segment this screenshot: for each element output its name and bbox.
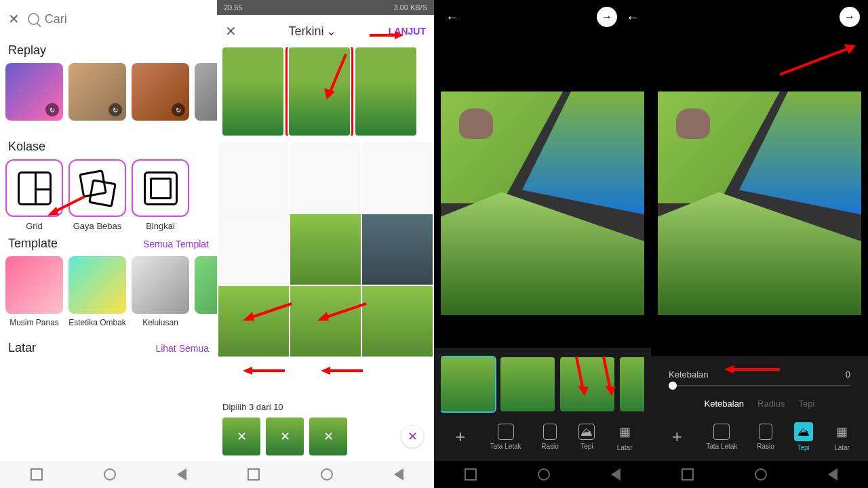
template-item[interactable]: Kelulusan [132, 256, 189, 327]
back-icon[interactable] [611, 468, 620, 481]
kolase-row: Grid Gaya Bebas Bingkai [0, 159, 217, 231]
layout-option[interactable] [355, 47, 416, 136]
selected-thumb[interactable]: ✕ [222, 418, 260, 455]
redo-icon[interactable]: ← [623, 7, 643, 27]
collage-preview[interactable] [441, 92, 644, 315]
recent-apps-icon[interactable] [31, 468, 43, 481]
tool-layout[interactable]: Tata Letak [490, 424, 521, 450]
see-all-link[interactable]: Lihat Semua [155, 343, 209, 354]
add-button[interactable]: + [667, 428, 686, 447]
border-icon: ⛰ [794, 422, 813, 441]
svg-marker-11 [243, 367, 252, 375]
collage-preview[interactable] [658, 92, 861, 315]
chevron-down-icon: ⌄ [326, 24, 336, 39]
replay-item[interactable]: ↻ [68, 63, 126, 121]
cow-image [676, 108, 710, 139]
annotation-arrow [312, 298, 373, 325]
undo-button[interactable]: → [597, 7, 617, 27]
photo-item[interactable] [290, 142, 361, 213]
svg-line-8 [322, 304, 366, 319]
panel-picker: 20.55 3.00 KB/S ✕ Terkini⌄ LANJUT Dipili… [217, 0, 434, 488]
frame-icon [144, 171, 178, 205]
preset-item[interactable] [620, 357, 644, 411]
replay-item[interactable]: ↻ [5, 63, 63, 121]
svg-marker-21 [724, 365, 734, 373]
selected-thumb[interactable]: ✕ [309, 418, 347, 455]
annotation-arrow [319, 51, 353, 105]
recent-apps-icon[interactable] [248, 468, 260, 481]
tab-thickness[interactable]: Ketebalan [705, 399, 745, 409]
close-icon[interactable]: ✕ [225, 23, 237, 39]
panel-editor-border: → Ketebalan 0 Ketebalan Radius Tepi + T [651, 0, 868, 488]
selected-thumb[interactable]: ✕ [266, 418, 304, 455]
slider-track[interactable] [669, 385, 850, 386]
status-net: 3.00 KB/S [393, 3, 427, 12]
panel-home: ✕ Replay ↻ ↻ ↻ Kolase Grid Gaya Bebas Bi… [0, 0, 217, 488]
template-item[interactable]: Estetika Ombak [68, 256, 126, 327]
replay-item[interactable] [195, 63, 217, 121]
photo-item[interactable] [218, 142, 289, 213]
annotation-arrow [366, 27, 407, 44]
back-icon[interactable] [177, 468, 186, 481]
tool-layout[interactable]: Tata Letak [706, 424, 737, 450]
back-icon[interactable] [828, 468, 837, 481]
selected-count: Dipilih 3 dari 10 [222, 402, 429, 412]
tool-background[interactable]: ▦Latar [615, 422, 634, 451]
canvas[interactable] [434, 68, 651, 339]
preset-item[interactable] [500, 357, 555, 411]
home-icon[interactable] [755, 468, 767, 481]
svg-line-6 [248, 304, 292, 319]
apply-button[interactable]: → [840, 7, 860, 27]
tool-row: + Tata Letak Rasio ⛰Tepi ▦Latar [441, 414, 644, 454]
photo-item[interactable] [290, 214, 361, 285]
preset-item[interactable] [441, 357, 495, 411]
android-nav [434, 461, 651, 488]
home-icon[interactable] [104, 468, 116, 481]
replay-item[interactable]: ↻ [132, 63, 189, 121]
home-icon[interactable] [321, 468, 333, 481]
svg-line-4 [329, 54, 346, 95]
play-icon: ↻ [108, 103, 122, 117]
canvas[interactable] [651, 68, 868, 339]
back-arrow-icon[interactable]: ← [442, 7, 462, 27]
tool-background[interactable]: ▦Latar [833, 422, 852, 451]
annotation-arrow [237, 298, 298, 325]
template-item[interactable]: Musim Panas [5, 256, 63, 327]
tool-border[interactable]: ⛰Tepi [794, 422, 813, 451]
tool-ratio[interactable]: Rasio [757, 424, 774, 450]
search-field[interactable] [28, 12, 209, 26]
svg-marker-13 [321, 367, 330, 375]
tool-ratio[interactable]: Rasio [541, 424, 559, 450]
android-nav [651, 461, 868, 488]
template-row: Musim Panas Estetika Ombak Kelulusan Li [0, 256, 217, 327]
recent-apps-icon[interactable] [682, 468, 694, 481]
photo-item[interactable] [218, 214, 289, 285]
tool-border[interactable]: ⛰Tepi [578, 424, 595, 450]
layout-icon [713, 424, 730, 440]
back-icon[interactable] [394, 468, 403, 481]
kolase-frame[interactable]: Bingkai [132, 159, 189, 231]
replay-row: ↻ ↻ ↻ [0, 63, 217, 121]
annotation-arrow [593, 353, 620, 401]
tab-edge[interactable]: Tepi [799, 399, 815, 409]
slider-thumb[interactable] [669, 382, 677, 390]
layout-option[interactable] [222, 47, 283, 136]
photo-item[interactable] [362, 142, 433, 213]
panel-editor-layout: ← → ← + Tata Letak Rasio ⛰Tepi ▦Latar [434, 0, 651, 488]
photo-item[interactable] [362, 214, 433, 285]
home-icon[interactable] [538, 468, 550, 481]
clear-all-button[interactable]: ✕ [401, 426, 423, 447]
close-icon[interactable]: ✕ [8, 11, 20, 27]
ratio-icon [543, 424, 557, 440]
add-button[interactable]: + [451, 428, 470, 447]
annotation-arrow [315, 363, 370, 380]
album-dropdown[interactable]: Terkini⌄ [288, 24, 336, 39]
all-templates-link[interactable]: Semua Templat [143, 239, 209, 249]
layout-icon [498, 424, 514, 440]
tab-radius[interactable]: Radius [757, 399, 785, 409]
bottom-toolbar: + Tata Letak Rasio ⛰Tepi ▦Latar [434, 348, 651, 461]
svg-marker-3 [395, 31, 403, 39]
recent-apps-icon[interactable] [465, 468, 477, 481]
photo-grid [217, 141, 434, 358]
search-input[interactable] [45, 12, 209, 26]
